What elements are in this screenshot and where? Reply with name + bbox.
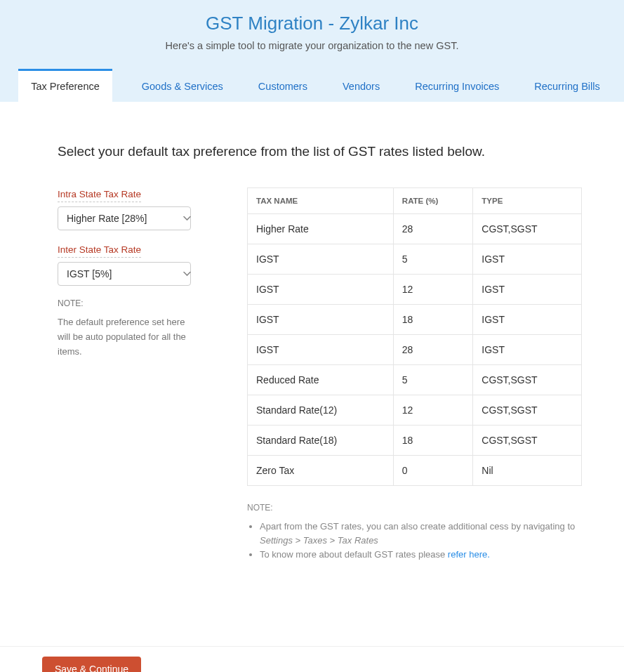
table-row: IGST18IGST	[248, 305, 582, 335]
tab-customers[interactable]: Customers	[253, 69, 313, 102]
table-cell-rate: 5	[393, 244, 472, 275]
table-row: IGST5IGST	[248, 244, 582, 275]
table-cell-rate: 12	[393, 395, 472, 426]
table-cell-name: IGST	[248, 275, 394, 305]
table-header-name: TAX NAME	[248, 188, 394, 214]
table-header-type: TYPE	[473, 188, 582, 214]
table-row: IGST28IGST	[248, 335, 582, 365]
tab-bar: Tax Preference Goods & Services Customer…	[0, 68, 624, 102]
tab-tax-preference[interactable]: Tax Preference	[18, 69, 112, 102]
table-cell-name: Higher Rate	[248, 214, 394, 244]
left-column: Intra State Tax Rate Higher Rate [28%] I…	[58, 187, 198, 359]
table-cell-name: IGST	[248, 335, 394, 365]
table-cell-name: Zero Tax	[248, 456, 394, 486]
inter-state-label: Inter State Tax Rate	[58, 244, 141, 258]
table-row: Zero Tax0Nil	[248, 456, 582, 486]
tab-recurring-invoices[interactable]: Recurring Invoices	[409, 69, 505, 102]
note-bullet-2-text: To know more about default GST rates ple…	[260, 549, 448, 560]
page-header: GST Migration - Zylkar Inc Here's a simp…	[0, 0, 624, 102]
table-cell-type: CGST,SGST	[473, 395, 582, 426]
intra-state-select-wrap: Higher Rate [28%]	[58, 206, 198, 230]
tab-vendors[interactable]: Vendors	[337, 69, 385, 102]
tab-recurring-bills[interactable]: Recurring Bills	[529, 69, 605, 102]
table-cell-rate: 28	[393, 335, 472, 365]
table-row: IGST12IGST	[248, 275, 582, 305]
footer-bar: Save & Continue	[0, 646, 624, 672]
inter-state-select[interactable]: IGST [5%]	[58, 262, 191, 286]
table-cell-rate: 5	[393, 365, 472, 395]
note-bullet-2: To know more about default GST rates ple…	[260, 548, 582, 562]
table-row: Reduced Rate5CGST,SGST	[248, 365, 582, 395]
right-note: NOTE: Apart from the GST rates, you can …	[247, 503, 582, 562]
section-heading: Select your default tax preference from …	[58, 144, 582, 159]
right-column: TAX NAME RATE (%) TYPE Higher Rate28CGST…	[247, 187, 582, 562]
table-header-rate: RATE (%)	[393, 188, 472, 214]
table-cell-name: IGST	[248, 244, 394, 275]
right-note-label: NOTE:	[247, 503, 582, 513]
page-title: GST Migration - Zylkar Inc	[0, 13, 624, 34]
page-subtitle: Here's a simple tool to migrate your org…	[0, 40, 624, 51]
table-row: Higher Rate28CGST,SGST	[248, 214, 582, 244]
table-cell-name: IGST	[248, 305, 394, 335]
inter-state-select-wrap: IGST [5%]	[58, 262, 198, 286]
table-cell-type: CGST,SGST	[473, 214, 582, 244]
table-cell-name: Standard Rate(12)	[248, 395, 394, 426]
table-cell-rate: 18	[393, 426, 472, 456]
note-bullet-1-path: Settings > Taxes > Tax Rates	[260, 535, 378, 546]
intra-state-label: Intra State Tax Rate	[58, 189, 141, 202]
table-row: Standard Rate(18)18CGST,SGST	[248, 426, 582, 456]
table-cell-type: Nil	[473, 456, 582, 486]
left-note-label: NOTE:	[58, 298, 198, 308]
tax-rates-table: TAX NAME RATE (%) TYPE Higher Rate28CGST…	[247, 187, 582, 486]
intra-state-select[interactable]: Higher Rate [28%]	[58, 206, 191, 230]
left-note-text: The default preference set here will be …	[58, 315, 198, 359]
table-cell-rate: 12	[393, 275, 472, 305]
table-cell-type: CGST,SGST	[473, 365, 582, 395]
note-bullet-1-text: Apart from the GST rates, you can also c…	[260, 521, 575, 532]
table-cell-rate: 0	[393, 456, 472, 486]
refer-here-link[interactable]: refer here.	[448, 549, 490, 560]
table-cell-type: IGST	[473, 244, 582, 275]
main-content: Select your default tax preference from …	[0, 102, 624, 576]
table-cell-type: IGST	[473, 335, 582, 365]
table-cell-rate: 28	[393, 214, 472, 244]
table-cell-name: Standard Rate(18)	[248, 426, 394, 456]
table-cell-type: IGST	[473, 275, 582, 305]
table-cell-type: IGST	[473, 305, 582, 335]
tab-goods-services[interactable]: Goods & Services	[136, 69, 229, 102]
save-continue-button[interactable]: Save & Continue	[42, 657, 141, 672]
table-row: Standard Rate(12)12CGST,SGST	[248, 395, 582, 426]
note-bullet-1: Apart from the GST rates, you can also c…	[260, 520, 582, 548]
table-cell-type: CGST,SGST	[473, 426, 582, 456]
table-cell-rate: 18	[393, 305, 472, 335]
table-cell-name: Reduced Rate	[248, 365, 394, 395]
